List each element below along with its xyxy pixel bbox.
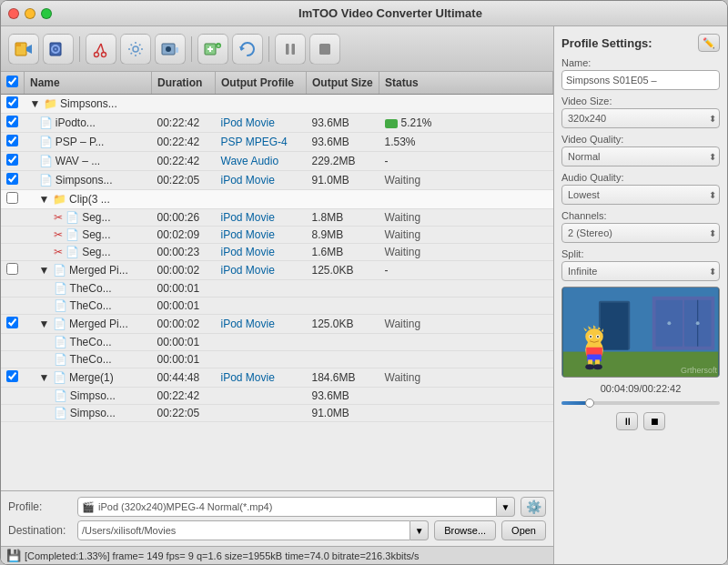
row-duration: 00:02:09 bbox=[152, 227, 216, 244]
split-label: Split: bbox=[561, 248, 720, 259]
svg-point-5 bbox=[55, 48, 56, 50]
right-panel: Profile Settings: ✏️ Name: Video Size: 3… bbox=[554, 26, 727, 564]
row-status: 1.53% bbox=[379, 133, 553, 152]
row-profile bbox=[216, 280, 307, 298]
open-button[interactable]: Open bbox=[501, 520, 546, 540]
table-row: 📄 Simpso...00:22:4293.6MB bbox=[1, 388, 553, 405]
row-profile bbox=[216, 351, 307, 368]
window-title: ImTOO Video Converter Ultimate bbox=[61, 6, 720, 20]
progress-slider[interactable] bbox=[561, 397, 720, 409]
table-row: 📄 Simpsons...00:22:05iPod Movie91.0MBWai… bbox=[1, 171, 553, 190]
preview-container: Grthersoft bbox=[561, 287, 720, 378]
row-status: Waiting bbox=[379, 171, 553, 190]
profile-settings-btn[interactable]: ⚙️ bbox=[521, 497, 546, 517]
row-checkbox[interactable] bbox=[6, 192, 18, 204]
destination-input[interactable] bbox=[77, 520, 410, 540]
row-status: Waiting bbox=[379, 227, 553, 244]
refresh-button[interactable] bbox=[232, 34, 263, 65]
row-profile: iPod Movie bbox=[216, 244, 307, 261]
table-row: 📄 TheCo...00:00:01 bbox=[1, 334, 553, 351]
video-size-select-wrapper: 320x240 bbox=[561, 108, 720, 128]
stop-playback-button[interactable]: ⏹ bbox=[643, 412, 665, 430]
row-name: ▼ 📁 Simpsons... bbox=[25, 95, 152, 114]
svg-rect-35 bbox=[601, 303, 628, 350]
row-name: 📄 TheCo... bbox=[25, 298, 152, 315]
add-video-button[interactable] bbox=[8, 34, 39, 65]
row-size: 8.9MB bbox=[307, 227, 379, 244]
watermark: Grthersoft bbox=[681, 366, 717, 375]
select-all-checkbox[interactable] bbox=[6, 76, 18, 87]
playback-time: 00:04:09/00:22:42 bbox=[561, 383, 720, 394]
row-name: 📄 Simpsons... bbox=[25, 171, 152, 190]
add-profile-button[interactable]: + bbox=[197, 34, 228, 65]
add-dvd-button[interactable] bbox=[43, 34, 74, 65]
row-checkbox[interactable] bbox=[6, 96, 18, 108]
maximize-button[interactable] bbox=[41, 8, 52, 19]
row-checkbox[interactable] bbox=[6, 370, 18, 382]
video-quality-field-group: Video Quality: Normal High Low bbox=[561, 134, 720, 166]
row-size bbox=[307, 190, 379, 209]
destination-dropdown-btn[interactable]: ▼ bbox=[410, 520, 429, 540]
browse-button[interactable]: Browse... bbox=[434, 520, 496, 540]
row-name: ✂ 📄 Seg... bbox=[25, 209, 152, 227]
name-field-input[interactable] bbox=[561, 70, 720, 90]
progress-thumb[interactable] bbox=[585, 399, 594, 408]
row-size bbox=[307, 334, 379, 351]
profile-value: iPod (320x240)MPEG-4 Normal(*.mp4) bbox=[98, 501, 272, 512]
profile-label: Profile: bbox=[8, 500, 72, 513]
row-size bbox=[307, 95, 379, 114]
name-field-group: Name: bbox=[561, 57, 720, 90]
row-duration: 00:00:23 bbox=[152, 244, 216, 261]
row-duration: 00:22:42 bbox=[152, 133, 216, 152]
svg-rect-22 bbox=[319, 44, 330, 55]
row-profile: iPod Movie bbox=[216, 261, 307, 280]
audio-quality-select[interactable]: Lowest Low Normal High bbox=[561, 185, 720, 205]
row-checkbox[interactable] bbox=[6, 263, 18, 275]
row-checkbox[interactable] bbox=[6, 116, 18, 127]
row-profile: iPod Movie bbox=[216, 209, 307, 227]
row-size: 184.6MB bbox=[307, 368, 379, 388]
profile-dropdown-btn[interactable]: ▼ bbox=[497, 497, 515, 517]
minimize-button[interactable] bbox=[25, 8, 35, 19]
row-profile bbox=[216, 298, 307, 315]
table-row: 📄 iPodto...00:22:42iPod Movie93.6MB5.21% bbox=[1, 114, 553, 133]
row-profile: iPod Movie bbox=[216, 227, 307, 244]
row-profile: Wave Audio bbox=[216, 152, 307, 171]
row-checkbox[interactable] bbox=[6, 135, 18, 146]
statusbar: 💾 [Completed:1.33%] frame= 149 fps= 9 q=… bbox=[1, 546, 553, 564]
profile-edit-button[interactable]: ✏️ bbox=[698, 34, 720, 52]
table-row: 📄 WAV – ...00:22:42Wave Audio229.2MB- bbox=[1, 152, 553, 171]
svg-rect-13 bbox=[176, 47, 178, 53]
output-settings-button[interactable] bbox=[155, 34, 186, 65]
video-quality-select-wrapper: Normal High Low bbox=[561, 146, 720, 166]
row-name: ✂ 📄 Seg... bbox=[25, 227, 152, 244]
table-row: 📄 TheCo...00:00:01 bbox=[1, 298, 553, 315]
play-pause-button[interactable]: ⏸ bbox=[616, 412, 638, 430]
pause-button[interactable] bbox=[275, 34, 306, 65]
split-select[interactable]: Infinite By Size By Time bbox=[561, 261, 720, 281]
file-table: Name Duration Output Profile Output Size… bbox=[1, 72, 553, 422]
row-duration: 00:00:01 bbox=[152, 334, 216, 351]
toolbar-sep2 bbox=[191, 36, 192, 62]
settings-button[interactable] bbox=[120, 34, 151, 65]
row-size: 91.0MB bbox=[307, 171, 379, 190]
stop-button[interactable] bbox=[309, 34, 340, 65]
cut-button[interactable] bbox=[86, 34, 116, 65]
row-duration bbox=[152, 190, 216, 209]
destination-row: Destination: ▼ Browse... Open bbox=[8, 520, 546, 540]
video-size-label: Video Size: bbox=[561, 96, 720, 106]
video-size-select[interactable]: 320x240 bbox=[561, 108, 720, 128]
video-quality-select[interactable]: Normal High Low bbox=[561, 146, 720, 166]
svg-point-10 bbox=[133, 46, 138, 52]
row-checkbox[interactable] bbox=[6, 317, 18, 328]
svg-rect-20 bbox=[286, 44, 289, 55]
close-button[interactable] bbox=[8, 8, 19, 19]
row-checkbox[interactable] bbox=[6, 173, 18, 185]
file-table-container[interactable]: Name Duration Output Profile Output Size… bbox=[1, 72, 553, 490]
svg-point-52 bbox=[593, 364, 602, 369]
row-name: 📄 iPodto... bbox=[25, 114, 152, 133]
statusbar-icon[interactable]: 💾 bbox=[6, 549, 21, 562]
row-checkbox[interactable] bbox=[6, 154, 18, 166]
channels-select[interactable]: 1 (Mono) 2 (Stereo) 6 (Surround) bbox=[561, 223, 720, 243]
statusbar-text: [Completed:1.33%] frame= 149 fps= 9 q=1.… bbox=[25, 550, 420, 561]
